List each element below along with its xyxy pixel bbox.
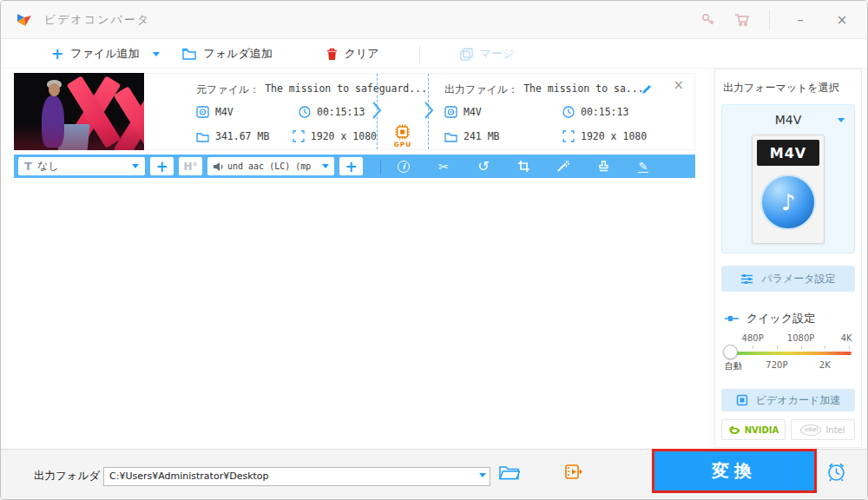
file-item-row: 元ファイル： The mission to safeguard... M4V — [14, 73, 695, 150]
audio-track-dropdown[interactable]: und aac (LC) (mp — [207, 157, 334, 175]
crop-icon — [517, 160, 530, 173]
watermark-button[interactable] — [586, 160, 621, 173]
selected-format-name: M4V — [722, 105, 854, 127]
hardsub-button[interactable]: H° — [179, 157, 202, 175]
video-file-icon — [444, 106, 457, 118]
add-subtitle-button[interactable]: + — [150, 157, 174, 175]
source-size: 341.67 MB — [215, 130, 269, 142]
slider-handle[interactable] — [723, 345, 738, 359]
path-dropdown-caret-icon[interactable] — [479, 473, 486, 477]
slider-track[interactable] — [725, 352, 852, 355]
add-audio-button[interactable]: + — [339, 157, 363, 175]
convert-highlight-annotation: 変換 — [652, 449, 817, 493]
plus-icon: + — [345, 158, 357, 175]
output-settings-sidebar: 出力フォーマットを選択 M4V M4V ♪ パラメータ設定 クイック設 — [714, 69, 862, 448]
source-file-info: 元ファイル： The mission to safeguard... M4V — [144, 74, 377, 149]
intel-button[interactable]: intel Intel — [791, 419, 855, 440]
slider-tick — [825, 345, 825, 349]
folder-add-icon — [182, 48, 196, 60]
store-cart-icon[interactable] — [734, 13, 750, 27]
add-folder-button[interactable]: フォルダ追加 — [182, 46, 272, 62]
schedule-alarm-button[interactable] — [825, 461, 847, 486]
parameter-settings-button[interactable]: パラメータ設定 — [721, 266, 855, 292]
open-output-video-button[interactable] — [565, 464, 582, 483]
effects-button[interactable] — [546, 160, 581, 173]
file-size-folder-icon — [444, 131, 457, 142]
add-file-button[interactable]: + ファイル追加 — [51, 46, 139, 62]
register-key-icon[interactable] — [700, 12, 715, 27]
title-bar: ビデオコンバータ – × — [1, 1, 867, 39]
remove-file-icon[interactable]: × — [673, 77, 684, 93]
convert-button[interactable]: 変換 — [654, 451, 814, 490]
app-window: ビデオコンバータ – × + ファイル追加 — [0, 0, 868, 500]
source-duration: 00:15:13 — [317, 106, 365, 118]
nvidia-logo-icon — [728, 425, 740, 435]
close-button[interactable]: × — [831, 12, 853, 28]
rename-pencil-icon[interactable] — [641, 82, 653, 99]
slider-label-2k: 2K — [819, 360, 831, 370]
slider-label-480p: 480P — [742, 333, 764, 343]
clock-icon — [299, 106, 311, 118]
subtitle-edit-button[interactable]: ✎ — [626, 161, 661, 173]
slider-label-4k: 4K — [841, 333, 852, 343]
pen-icon: ✎ — [638, 161, 649, 173]
resolution-frame-icon — [562, 130, 575, 142]
minimize-button[interactable]: – — [789, 12, 812, 28]
toolbar-divider — [419, 46, 420, 62]
merge-icon — [460, 48, 473, 61]
output-duration: 00:15:13 — [581, 106, 628, 118]
quick-settings-label: クイック設定 — [746, 311, 815, 326]
chevron-down-icon — [322, 164, 329, 168]
output-format-selector[interactable]: M4V M4V ♪ — [721, 104, 855, 253]
file-size-folder-icon — [196, 131, 209, 142]
sliders-icon — [740, 273, 753, 285]
gpu-chip-icon — [394, 123, 411, 141]
add-file-label: ファイル追加 — [70, 46, 139, 62]
conversion-transfer-zone: GPU — [377, 74, 429, 149]
chevron-right-icon — [371, 101, 383, 123]
format-section-title: 出力フォーマットを選択 — [723, 81, 861, 95]
output-file-label: 出力ファイル： — [444, 82, 518, 97]
nvidia-button[interactable]: NVIDIA — [721, 419, 786, 440]
output-file-name: The mission to sa... — [523, 82, 643, 95]
slider-label-1080p: 1080P — [787, 333, 814, 343]
slider-tick — [753, 345, 753, 349]
format-file-icon: M4V ♪ — [752, 135, 825, 244]
clear-button[interactable]: クリア — [326, 46, 379, 62]
plus-icon: + — [51, 47, 63, 62]
output-path-input[interactable] — [103, 467, 490, 486]
text-tool-icon: T — [24, 160, 32, 173]
crop-button[interactable] — [506, 160, 541, 173]
chip-icon — [736, 394, 748, 406]
video-thumbnail — [14, 73, 144, 150]
add-folder-label: フォルダ追加 — [203, 46, 272, 62]
rotate-button[interactable]: ↺ — [466, 158, 501, 174]
gpu-acceleration-button[interactable]: ビデオカード加速 — [721, 389, 855, 411]
file-info-card: 元ファイル： The mission to safeguard... M4V — [144, 73, 695, 150]
media-info-button[interactable]: i — [386, 161, 421, 173]
parameter-settings-label: パラメータ設定 — [761, 272, 835, 286]
audio-track-value: und aac (LC) (mp — [227, 161, 311, 171]
app-logo-icon — [15, 10, 34, 30]
gpu-label: GPU — [394, 141, 412, 148]
output-format: M4V — [464, 106, 482, 118]
video-file-icon — [196, 106, 209, 118]
gpu-acceleration-label: ビデオカード加速 — [756, 393, 840, 408]
merge-button[interactable]: マージ — [460, 46, 515, 62]
magic-wand-icon — [556, 160, 570, 173]
browse-folder-button[interactable] — [499, 464, 520, 484]
quick-settings-header: クイック設定 — [725, 311, 861, 326]
clear-label: クリア — [345, 46, 379, 62]
file-list-area: 元ファイル： The mission to safeguard... M4V — [8, 69, 707, 451]
output-file-info: 出力ファイル： The mission to sa... × — [429, 74, 694, 149]
slider-label-auto: 自動 — [725, 360, 742, 372]
resolution-slider: 480P 1080P 4K 自動 720P 2K — [725, 333, 852, 375]
intel-logo-icon: intel — [800, 424, 821, 436]
trim-button[interactable]: ✂ — [426, 160, 461, 174]
info-icon: i — [398, 161, 410, 173]
subtitle-dropdown[interactable]: T なし — [18, 157, 145, 175]
add-file-dropdown-caret-icon[interactable] — [153, 52, 160, 56]
chevron-down-icon — [838, 118, 845, 122]
edit-bar-divider — [380, 160, 381, 174]
speaker-icon — [213, 161, 224, 172]
